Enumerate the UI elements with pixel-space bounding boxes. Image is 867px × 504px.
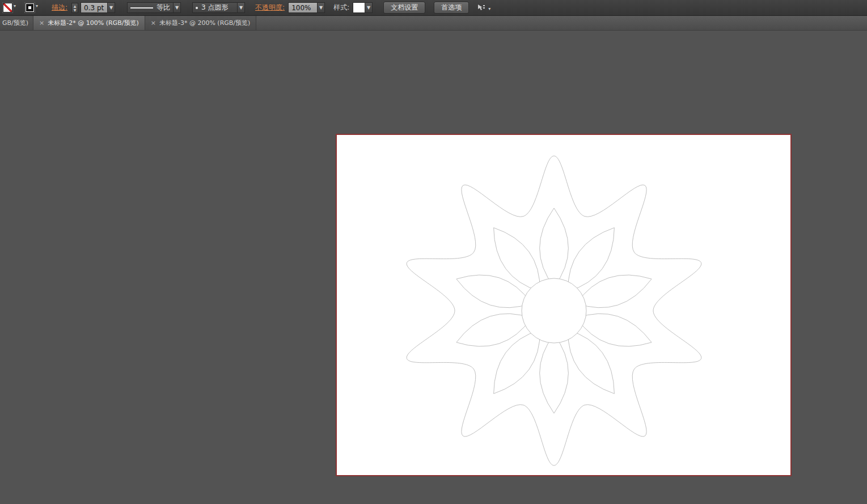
stroke-width-dropdown-arrow[interactable]: ▼ — [107, 3, 115, 12]
document-setup-button[interactable]: 文档设置 — [383, 2, 425, 14]
fill-color-dropdown-arrow[interactable]: ▾ — [14, 3, 16, 9]
artboard[interactable] — [337, 135, 790, 475]
brush-dropdown-arrow[interactable]: ▼ — [237, 3, 244, 12]
control-bar: ▾ ▾ 描边: ▲ ▼ 0.3 pt ▼ 等比 ▼ 3 点圆形 ▼ 不透明度: … — [0, 0, 867, 16]
width-profile-label: 等比 — [157, 3, 170, 12]
stepper-down-icon[interactable]: ▼ — [74, 8, 77, 12]
control-panel-flyout[interactable]: ▾ — [477, 4, 492, 11]
flower-artwork[interactable] — [337, 135, 790, 475]
style-swatch[interactable] — [353, 3, 365, 12]
tab-close-icon[interactable]: × — [151, 19, 156, 27]
tab-label: 未标题-2* @ 100% (RGB/预览) — [48, 19, 138, 27]
opacity-input[interactable]: 100% — [289, 3, 317, 12]
flyout-dropdown-arrow[interactable]: ▾ — [488, 6, 490, 11]
fill-color-swatch[interactable] — [3, 3, 12, 12]
style-label: 样式: — [333, 3, 349, 12]
preferences-button[interactable]: 首选项 — [434, 2, 469, 14]
stroke-width-input[interactable]: 0.3 pt — [81, 3, 107, 12]
document-tab-bar: GB/预览) × 未标题-2* @ 100% (RGB/预览) × 未标题-3*… — [0, 16, 867, 31]
brush-value[interactable]: 3 点圆形 — [193, 3, 237, 12]
stepper-up-icon[interactable]: ▲ — [74, 4, 77, 8]
stroke-ring-icon — [26, 4, 33, 11]
stroke-width-stepper[interactable]: ▲ ▼ — [71, 3, 78, 13]
flower-center-circle — [522, 278, 586, 343]
opacity-combo: 100% ▼ — [288, 2, 325, 13]
brush-preview-icon — [196, 7, 198, 9]
brush-label: 3 点圆形 — [201, 3, 228, 12]
opacity-panel-link[interactable]: 不透明度: — [255, 3, 285, 12]
stroke-panel-link[interactable]: 描边: — [52, 3, 67, 12]
tab-close-icon[interactable]: × — [39, 19, 44, 27]
stroke-width-combo: 0.3 pt ▼ — [81, 2, 115, 13]
stroke-color-dropdown-arrow[interactable]: ▾ — [36, 3, 38, 9]
brush-combo: 3 点圆形 ▼ — [192, 2, 245, 13]
stroke-profile-icon — [130, 7, 153, 9]
width-profile-dropdown-arrow[interactable]: ▼ — [173, 3, 180, 12]
opacity-dropdown-arrow[interactable]: ▼ — [317, 3, 324, 12]
style-dropdown-arrow[interactable]: ▼ — [365, 3, 372, 12]
canvas-pasteboard[interactable] — [0, 31, 867, 504]
document-tab-partial[interactable]: GB/预览) — [0, 16, 33, 30]
document-tab-untitled-2[interactable]: × 未标题-2* @ 100% (RGB/预览) — [33, 16, 145, 30]
style-swatch-combo: ▼ — [353, 2, 373, 13]
document-tab-untitled-3[interactable]: × 未标题-3* @ 200% (RGB/预览) — [145, 16, 257, 30]
width-profile-value[interactable]: 等比 — [128, 3, 173, 12]
selection-options-icon — [477, 4, 485, 11]
tab-label: 未标题-3* @ 200% (RGB/预览) — [159, 19, 250, 27]
tab-label: GB/预览) — [2, 19, 28, 27]
width-profile-combo: 等比 ▼ — [127, 2, 181, 13]
stroke-color-swatch[interactable] — [25, 3, 35, 12]
